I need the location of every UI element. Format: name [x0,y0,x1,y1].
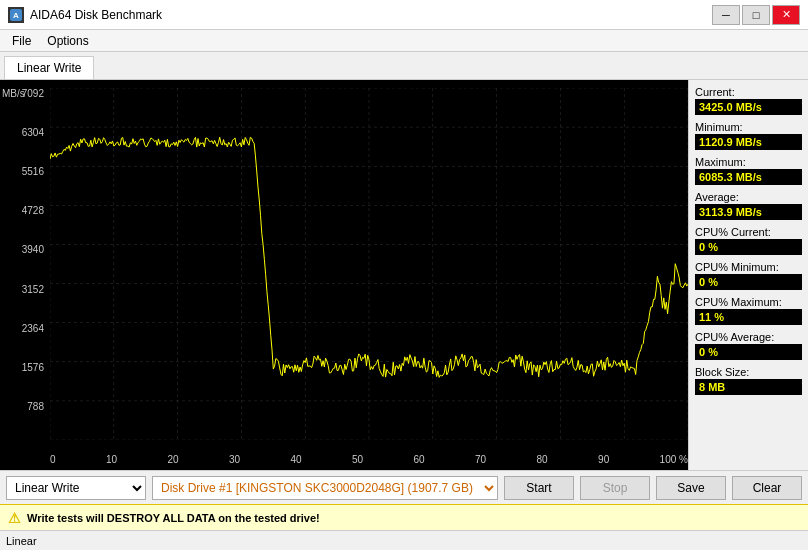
clear-button[interactable]: Clear [732,476,802,500]
x-label-100: 100 % [660,454,688,465]
stat-cpu-max: CPU% Maximum: 11 % [695,296,802,325]
chart-area: MB/s 7092 6304 5516 4728 3940 3152 2364 … [0,80,688,470]
y-label-6304: 6304 [0,127,48,138]
stop-button[interactable]: Stop [580,476,650,500]
tab-bar: Linear Write [0,52,808,80]
save-button[interactable]: Save [656,476,726,500]
stat-average: Average: 3113.9 MB/s [695,191,802,220]
warning-icon: ⚠ [8,510,21,526]
x-label-30: 30 [229,454,240,465]
tab-linear-write[interactable]: Linear Write [4,56,94,79]
app-icon: A [8,7,24,23]
stat-minimum-label: Minimum: [695,121,802,133]
y-label-7092: 7092 [0,88,48,99]
stat-cpu-avg: CPU% Average: 0 % [695,331,802,360]
stat-cpu-avg-value: 0 % [695,344,802,360]
stat-minimum-value: 1120.9 MB/s [695,134,802,150]
stat-current-value: 3425.0 MB/s [695,99,802,115]
x-label-80: 80 [537,454,548,465]
y-label-3940: 3940 [0,244,48,255]
stat-block-size: Block Size: 8 MB [695,366,802,395]
x-axis-labels: 0 10 20 30 40 50 60 70 80 90 100 % [50,454,688,465]
menu-bar: File Options [0,30,808,52]
x-label-50: 50 [352,454,363,465]
svg-text:A: A [13,11,19,20]
stat-current-label: Current: [695,86,802,98]
stat-cpu-current: CPU% Current: 0 % [695,226,802,255]
benchmark-chart [50,88,688,440]
stat-maximum: Maximum: 6085.3 MB/s [695,156,802,185]
warning-bar: ⚠ Write tests will DESTROY ALL DATA on t… [0,504,808,530]
y-label-3152: 3152 [0,284,48,295]
stat-cpu-min-label: CPU% Minimum: [695,261,802,273]
stat-block-label: Block Size: [695,366,802,378]
x-label-10: 10 [106,454,117,465]
start-button[interactable]: Start [504,476,574,500]
stat-current: Current: 3425.0 MB/s [695,86,802,115]
x-label-90: 90 [598,454,609,465]
stat-cpu-max-value: 11 % [695,309,802,325]
status-bar: Linear [0,530,808,550]
disk-dropdown[interactable]: Disk Drive #1 [KINGSTON SKC3000D2048G] (… [152,476,498,500]
close-button[interactable]: ✕ [772,5,800,25]
y-label-1576: 1576 [0,362,48,373]
bottom-controls: Linear Write Disk Drive #1 [KINGSTON SKC… [0,470,808,504]
stat-average-label: Average: [695,191,802,203]
stat-cpu-min-value: 0 % [695,274,802,290]
y-label-2364: 2364 [0,323,48,334]
minimize-button[interactable]: ─ [712,5,740,25]
x-label-20: 20 [167,454,178,465]
maximize-button[interactable]: □ [742,5,770,25]
window-controls: ─ □ ✕ [712,5,800,25]
menu-file[interactable]: File [4,32,39,50]
title-bar: A AIDA64 Disk Benchmark ─ □ ✕ [0,0,808,30]
warning-text: Write tests will DESTROY ALL DATA on the… [27,512,320,524]
stat-cpu-max-label: CPU% Maximum: [695,296,802,308]
status-text: Linear [6,535,37,547]
stat-maximum-value: 6085.3 MB/s [695,169,802,185]
stat-maximum-label: Maximum: [695,156,802,168]
stat-average-value: 3113.9 MB/s [695,204,802,220]
test-type-dropdown[interactable]: Linear Write [6,476,146,500]
x-label-60: 60 [414,454,425,465]
y-label-788: 788 [0,401,48,412]
stat-cpu-current-label: CPU% Current: [695,226,802,238]
y-label-4728: 4728 [0,205,48,216]
y-label-5516: 5516 [0,166,48,177]
main-content: MB/s 7092 6304 5516 4728 3940 3152 2364 … [0,80,808,470]
stat-cpu-min: CPU% Minimum: 0 % [695,261,802,290]
stat-cpu-current-value: 0 % [695,239,802,255]
stat-cpu-avg-label: CPU% Average: [695,331,802,343]
x-label-70: 70 [475,454,486,465]
stat-block-value: 8 MB [695,379,802,395]
y-axis-labels: 7092 6304 5516 4728 3940 3152 2364 1576 … [0,88,48,440]
stat-minimum: Minimum: 1120.9 MB/s [695,121,802,150]
x-label-40: 40 [291,454,302,465]
stats-panel: Current: 3425.0 MB/s Minimum: 1120.9 MB/… [688,80,808,470]
window-title: AIDA64 Disk Benchmark [30,8,162,22]
x-label-0: 0 [50,454,56,465]
menu-options[interactable]: Options [39,32,96,50]
